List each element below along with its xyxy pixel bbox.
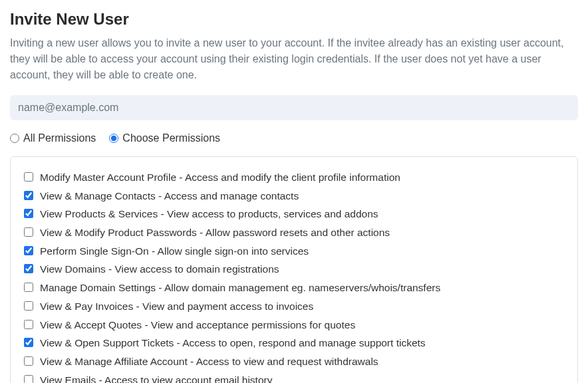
email-field[interactable] (10, 95, 578, 120)
permission-checkbox[interactable] (24, 356, 33, 366)
permission-item[interactable]: View & Pay Invoices - View and payment a… (24, 299, 564, 314)
permission-label: View & Modify Product Passwords - Allow … (40, 225, 390, 240)
radio-choose-permissions-input[interactable] (109, 134, 118, 143)
permission-item[interactable]: View & Modify Product Passwords - Allow … (24, 225, 564, 240)
radio-choose-permissions[interactable]: Choose Permissions (109, 132, 220, 144)
permission-checkbox[interactable] (24, 338, 33, 347)
permission-item[interactable]: View & Manage Contacts - Access and mana… (24, 189, 564, 203)
permission-checkbox[interactable] (24, 246, 33, 255)
page-title: Invite New User (10, 10, 578, 29)
permission-item[interactable]: View Domains - View access to domain reg… (24, 262, 564, 277)
permission-label: View & Open Support Tickets - Access to … (40, 336, 426, 350)
permissions-list: Modify Master Account Profile - Access a… (10, 156, 578, 383)
permission-checkbox[interactable] (24, 172, 33, 182)
permission-item[interactable]: View & Accept Quotes - View and acceptan… (24, 318, 564, 332)
permission-label: View Emails - Access to view account ema… (40, 373, 272, 383)
radio-all-permissions-label: All Permissions (23, 132, 96, 144)
permission-checkbox[interactable] (24, 227, 33, 237)
radio-all-permissions[interactable]: All Permissions (10, 132, 96, 144)
permission-item[interactable]: Modify Master Account Profile - Access a… (24, 170, 564, 185)
permission-label: View & Accept Quotes - View and acceptan… (40, 318, 355, 332)
permission-item[interactable]: Perform Single Sign-On - Allow single si… (24, 244, 564, 259)
permission-label: View & Pay Invoices - View and payment a… (40, 299, 313, 314)
permission-label: View & Manage Affiliate Account - Access… (40, 354, 378, 369)
permission-checkbox[interactable] (24, 301, 33, 311)
permission-label: View & Manage Contacts - Access and mana… (40, 189, 299, 203)
permission-label: View Domains - View access to domain reg… (40, 262, 279, 277)
permission-label: Modify Master Account Profile - Access a… (40, 170, 400, 185)
permission-checkbox[interactable] (24, 320, 33, 329)
radio-choose-permissions-label: Choose Permissions (122, 132, 220, 144)
permission-item[interactable]: View & Manage Affiliate Account - Access… (24, 354, 564, 369)
permission-checkbox[interactable] (24, 283, 33, 292)
permission-checkbox[interactable] (24, 375, 33, 383)
radio-all-permissions-input[interactable] (10, 134, 19, 143)
permission-checkbox[interactable] (24, 209, 33, 218)
permission-item[interactable]: View Products & Services - View access t… (24, 207, 564, 221)
permission-item[interactable]: Manage Domain Settings - Allow domain ma… (24, 281, 564, 295)
permission-checkbox[interactable] (24, 191, 33, 200)
permission-label: View Products & Services - View access t… (40, 207, 378, 221)
permission-checkbox[interactable] (24, 264, 33, 273)
permission-mode-radio-group: All Permissions Choose Permissions (10, 132, 578, 144)
permission-label: Perform Single Sign-On - Allow single si… (40, 244, 309, 259)
permission-item[interactable]: View Emails - Access to view account ema… (24, 373, 564, 383)
permission-item[interactable]: View & Open Support Tickets - Access to … (24, 336, 564, 350)
permission-label: Manage Domain Settings - Allow domain ma… (40, 281, 440, 295)
invite-description: Inviting a new user allows you to invite… (10, 35, 578, 83)
